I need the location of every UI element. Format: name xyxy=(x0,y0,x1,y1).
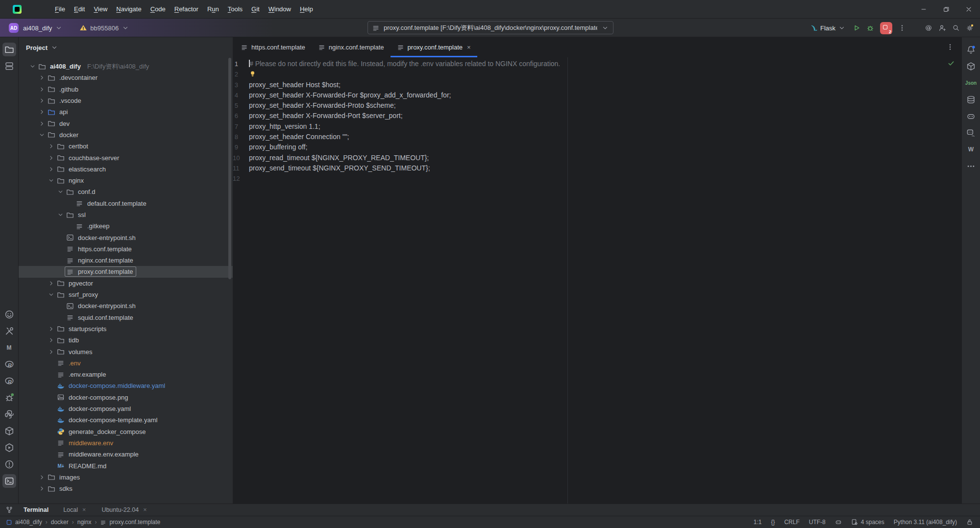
minimize-button[interactable] xyxy=(912,0,935,19)
chevron-down-icon[interactable] xyxy=(56,211,65,218)
menu-tools[interactable]: Tools xyxy=(223,3,247,15)
mentions-icon[interactable] xyxy=(922,21,935,35)
tool-window-button-mlflow[interactable]: M xyxy=(2,341,16,355)
code-line-5[interactable]: 5proxy_set_header X-Forwarded-Proto $sch… xyxy=(233,100,961,111)
code-line-12[interactable]: 12 xyxy=(233,173,961,184)
tree-item-conf.d[interactable]: conf.d xyxy=(19,186,233,197)
breadcrumb-docker[interactable]: docker xyxy=(51,519,69,526)
tool-window-button-r-graphics[interactable]: R xyxy=(2,374,16,388)
tab-options-icon[interactable] xyxy=(944,41,956,53)
tool-window-button-more-tool-windows[interactable] xyxy=(964,159,978,173)
tree-item-ai408_dify[interactable]: ai408_difyF:\Dify资料\ai408_dify xyxy=(19,61,233,72)
terminal-tab-Local[interactable]: Local× xyxy=(63,506,86,513)
code-line-6[interactable]: 6proxy_set_header X-Forwarded-Port $serv… xyxy=(233,111,961,121)
tool-window-button-python-console[interactable] xyxy=(2,408,16,421)
tree-item-docker-compose.middleware.yaml[interactable]: docker-compose.middleware.yaml xyxy=(19,380,233,391)
chevron-right-icon[interactable] xyxy=(37,474,47,481)
project-widget[interactable]: ai408_dify xyxy=(23,24,52,32)
status-python-interpreter[interactable]: Python 3.11 (ai408_dify) xyxy=(894,519,957,526)
menu-git[interactable]: Git xyxy=(247,3,264,15)
chevron-right-icon[interactable] xyxy=(47,166,56,173)
tree-item-certbot[interactable]: certbot xyxy=(19,141,233,152)
tree-item-docker-compose.png[interactable]: docker-compose.png xyxy=(19,392,233,403)
chevron-down-icon[interactable] xyxy=(56,188,65,195)
editor-tab-proxy.conf.template[interactable]: proxy.conf.template× xyxy=(391,37,477,57)
chevron-right-icon[interactable] xyxy=(37,120,47,127)
tree-item-middleware.env.example[interactable]: middleware.env.example xyxy=(19,449,233,460)
tree-item-ssl[interactable]: ssl xyxy=(19,209,233,220)
status-file-encoding[interactable]: UTF-8 xyxy=(809,519,826,526)
menu-window[interactable]: Window xyxy=(264,3,295,15)
more-actions-button[interactable] xyxy=(895,21,909,35)
version-control-icon[interactable] xyxy=(0,506,19,514)
tree-item-couchbase-server[interactable]: couchbase-server xyxy=(19,152,233,163)
chevron-right-icon[interactable] xyxy=(47,325,56,333)
code-line-4[interactable]: 4proxy_set_header X-Forwarded-For $proxy… xyxy=(233,90,961,100)
close-icon[interactable]: × xyxy=(82,506,86,513)
menu-refactor[interactable]: Refactor xyxy=(170,3,203,15)
project-scrollbar[interactable] xyxy=(228,58,231,279)
status-copilot-status[interactable] xyxy=(835,519,842,526)
tree-item-nginx.conf.template[interactable]: nginx.conf.template xyxy=(19,255,233,266)
tree-item-api[interactable]: api xyxy=(19,106,233,118)
chevron-right-icon[interactable] xyxy=(47,336,56,344)
status-code-braces[interactable]: {} xyxy=(771,519,775,526)
tool-window-button-copilot-chat[interactable] xyxy=(964,126,978,140)
code-line-10[interactable]: 10proxy_read_timeout ${NGINX_PROXY_READ_… xyxy=(233,153,961,163)
code-with-me-button[interactable] xyxy=(935,21,949,35)
menu-run[interactable]: Run xyxy=(203,3,223,15)
tool-window-button-database[interactable] xyxy=(964,93,978,106)
tree-item-sdks[interactable]: sdks xyxy=(19,483,233,494)
tool-window-button-ai-ml-tools[interactable] xyxy=(964,59,978,73)
tool-window-button-python-packages[interactable] xyxy=(2,424,16,438)
code-line-2[interactable]: 2 xyxy=(233,69,961,79)
chevron-down-icon[interactable] xyxy=(55,24,63,32)
terminal-tab-Ubuntu-22.04[interactable]: Ubuntu-22.04× xyxy=(101,506,147,513)
tool-window-button-r-console[interactable]: R xyxy=(2,358,16,371)
chevron-right-icon[interactable] xyxy=(37,97,47,104)
tree-item-https.conf.template[interactable]: https.conf.template xyxy=(19,243,233,255)
code-editor[interactable]: 1# Please do not directly edit this file… xyxy=(233,57,961,504)
tree-item-nginx[interactable]: nginx xyxy=(19,175,233,186)
tree-item-docker-entrypoint.sh[interactable]: docker-entrypoint.sh xyxy=(19,300,233,312)
close-button[interactable] xyxy=(957,0,980,19)
status-caret-position[interactable]: 1:1 xyxy=(754,519,762,526)
restore-button[interactable] xyxy=(935,0,957,19)
tree-item-elasticsearch[interactable]: elasticsearch xyxy=(19,164,233,175)
tree-item-.gitkeep[interactable]: .gitkeep xyxy=(19,220,233,232)
chevron-right-icon[interactable] xyxy=(47,280,56,287)
tree-item-docker-entrypoint.sh[interactable]: docker-entrypoint.sh xyxy=(19,232,233,243)
code-line-11[interactable]: 11proxy_send_timeout ${NGINX_PROXY_SEND_… xyxy=(233,163,961,173)
tree-item-.vscode[interactable]: .vscode xyxy=(19,95,233,106)
tree-item-startupscripts[interactable]: startupscripts xyxy=(19,323,233,335)
chevron-down-icon[interactable] xyxy=(47,177,56,184)
tool-window-button-github-copilot[interactable] xyxy=(964,109,978,123)
tool-window-button-json-parser[interactable]: Json xyxy=(964,76,978,90)
menu-view[interactable]: View xyxy=(89,3,112,15)
menu-code[interactable]: Code xyxy=(146,3,170,15)
code-line-1[interactable]: 1# Please do not directly edit this file… xyxy=(233,59,961,69)
tool-window-button-huggingface[interactable] xyxy=(2,308,16,321)
run-button[interactable] xyxy=(850,21,863,35)
code-line-3[interactable]: 3proxy_set_header Host $host; xyxy=(233,80,961,90)
stop-button[interactable]: 2 xyxy=(880,22,892,34)
terminal-title[interactable]: Terminal xyxy=(24,506,49,513)
breadcrumb-proxy.conf.template[interactable]: proxy.conf.template xyxy=(100,519,160,526)
project-panel-header[interactable]: Project xyxy=(19,37,233,51)
tree-item-ssrf_proxy[interactable]: ssrf_proxy xyxy=(19,289,233,300)
editor-tab-nginx.conf.template[interactable]: nginx.conf.template xyxy=(312,37,391,57)
editor-tab-https.conf.template[interactable]: https.conf.template xyxy=(234,37,312,57)
close-icon[interactable]: × xyxy=(467,44,471,51)
tool-window-button-terminal[interactable] xyxy=(2,474,16,488)
lightbulb-icon[interactable] xyxy=(249,70,256,77)
tool-window-button-problems[interactable] xyxy=(2,457,16,471)
chevron-right-icon[interactable] xyxy=(47,143,56,150)
tool-window-button-external-tools[interactable] xyxy=(2,324,16,338)
chevron-right-icon[interactable] xyxy=(37,86,47,93)
tool-window-button-project[interactable] xyxy=(2,43,16,56)
tree-item-middleware.env[interactable]: middleware.env xyxy=(19,437,233,449)
status-indentation[interactable]: 4 spaces xyxy=(851,519,884,526)
breadcrumb-nginx[interactable]: nginx xyxy=(77,519,92,526)
settings-button[interactable] xyxy=(963,21,977,35)
tool-window-button-services[interactable] xyxy=(2,441,16,455)
